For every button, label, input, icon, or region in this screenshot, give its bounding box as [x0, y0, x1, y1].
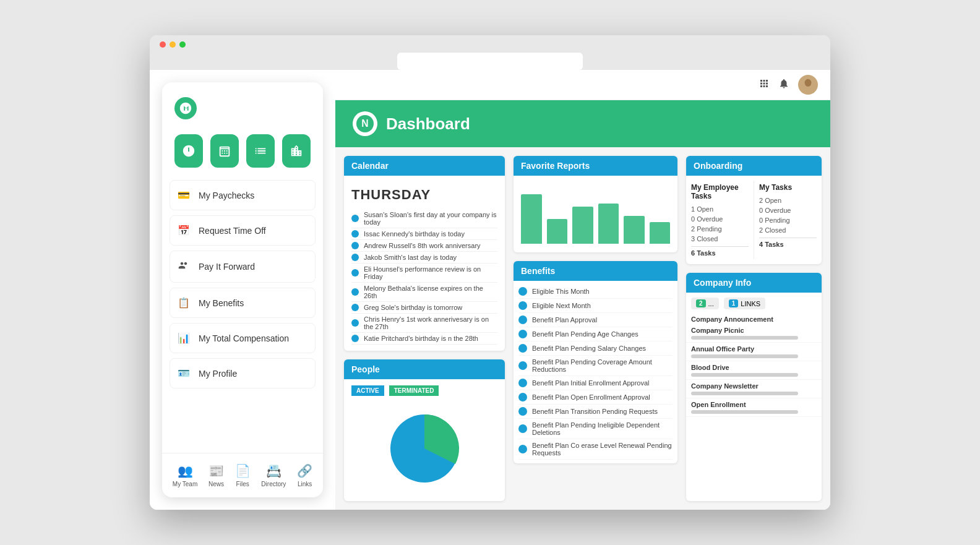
pay-forward-label: Pay It Forward	[199, 262, 255, 272]
benefit-dot	[518, 445, 527, 453]
cal-dot	[351, 230, 359, 238]
nav-benefits[interactable]: 📋 My Benefits	[170, 288, 316, 318]
docs-label: ...	[708, 300, 714, 307]
cal-dot	[351, 304, 359, 311]
bottom-nav-links[interactable]: 🔗 Links	[292, 461, 317, 490]
benefit-item[interactable]: Benefit Plan Pending Salary Changes	[518, 341, 673, 356]
my-tasks-total: 4 Tasks	[759, 241, 817, 248]
benefit-text: Eligible This Month	[532, 288, 590, 295]
active-legend: ACTIVE	[351, 385, 384, 396]
nav-paychecks[interactable]: 💳 My Paychecks	[170, 180, 316, 210]
benefit-dot	[518, 344, 527, 353]
bar-item	[521, 194, 542, 244]
address-bar[interactable]	[397, 53, 583, 70]
bottom-nav-news[interactable]: 📰 News	[204, 461, 229, 490]
benefit-item[interactable]: Benefit Plan Initial Enrollment Approval	[518, 376, 673, 390]
employee-task-row: 2 Pending	[691, 224, 749, 234]
benefit-item[interactable]: Benefit Plan Co erase Level Renewal Pend…	[518, 439, 673, 460]
team-icon: 👥	[178, 463, 193, 478]
benefit-item[interactable]: Benefit Plan Approval	[518, 313, 673, 327]
cal-event-text: Eli Hounsel's performance review is on F…	[364, 265, 497, 280]
announcement-item[interactable]: Company Newsletter	[686, 380, 822, 398]
company-announcements: Company Picnic Annual Office Party Blood…	[686, 324, 822, 417]
benefit-dot	[518, 315, 527, 324]
company-info-body: 2 ... 1 LINKS Company Announcement Compa…	[686, 293, 822, 417]
news-icon: 📰	[208, 463, 224, 478]
announcement-item[interactable]: Annual Office Party	[686, 343, 822, 361]
links-icon: 🔗	[297, 463, 312, 478]
benefit-dot	[518, 424, 527, 433]
right-column: Onboarding My Employee Tasks 1 Open0 Ove…	[686, 156, 822, 501]
nav-pay-forward[interactable]: Pay It Forward	[170, 251, 316, 283]
profile-label: My Profile	[199, 369, 237, 379]
nav-time-off[interactable]: 📅 Request Time Off	[170, 215, 316, 246]
time-quick-icon[interactable]	[174, 134, 203, 168]
bar-item	[624, 216, 645, 244]
profile-icon: 🪪	[178, 367, 190, 379]
cal-event-text: Katie Pritchard's birthday is n the 28th	[364, 335, 478, 342]
announcement-item[interactable]: Blood Drive	[686, 361, 822, 380]
bell-icon[interactable]	[778, 78, 789, 92]
cal-event-text: Jakob Smith's last day is today	[364, 254, 457, 261]
benefit-text: Benefit Plan Pending Salary Changes	[532, 345, 646, 352]
avatar[interactable]	[798, 75, 818, 95]
announcement-item[interactable]: Company Picnic	[686, 324, 822, 343]
mobile-quick-icons	[162, 129, 323, 180]
cal-dot	[351, 269, 359, 277]
benefit-item[interactable]: Benefit Plan Pending Age Changes	[518, 327, 673, 341]
dot-red[interactable]	[160, 41, 166, 48]
benefit-item[interactable]: Benefit Plan Pending Coverage Amount Red…	[518, 356, 673, 376]
nav-compensation[interactable]: 📊 My Total Compensation	[170, 323, 316, 353]
browser-content: 💳 My Paychecks 📅 Request Time Off Pay It…	[150, 70, 830, 510]
announcement-title: Blood Drive	[691, 364, 817, 371]
benefits-widget: Benefits Eligible This MonthEligible Nex…	[514, 261, 677, 463]
dashboard-title: Dashboard	[386, 114, 470, 134]
bottom-nav-files[interactable]: 📄 Files	[230, 461, 256, 490]
dashboard: N Dashboard Calendar THURSDAY Susan's Sl…	[335, 70, 830, 510]
my-task-row: 0 Pending	[759, 215, 817, 225]
benefit-dot	[518, 301, 527, 310]
dashboard-body: Calendar THURSDAY Susan's Sloan's first …	[335, 147, 830, 510]
calendar-body: THURSDAY Susan's Sloan's first day at yo…	[344, 176, 505, 351]
benefit-item[interactable]: Benefit Plan Open Enrollment Approval	[518, 390, 673, 405]
dot-green[interactable]	[179, 41, 186, 48]
pie-chart-container	[351, 402, 497, 495]
cal-event-text: Andrew Russell's 8th work anniversary	[364, 242, 481, 249]
announcement-bar	[691, 336, 798, 340]
bottom-nav-team[interactable]: 👥 My Team	[168, 461, 202, 490]
benefit-text: Benefit Plan Pending Ineligible Dependen…	[532, 421, 673, 436]
building-quick-icon[interactable]	[282, 134, 311, 168]
announcement-item[interactable]: Open Enrollment	[686, 398, 822, 417]
company-tab-links[interactable]: 1 LINKS	[724, 298, 765, 309]
bottom-nav-directory[interactable]: 📇 Directory	[256, 461, 291, 490]
nav-profile[interactable]: 🪪 My Profile	[170, 358, 316, 388]
calendar-quick-icon[interactable]	[210, 134, 239, 168]
calendar-events: Susan's Sloan's first day at your compan…	[351, 209, 497, 345]
benefit-text: Benefit Plan Approval	[532, 316, 597, 324]
dot-yellow[interactable]	[170, 41, 176, 48]
benefit-item[interactable]: Benefit Plan Transition Pending Requests	[518, 405, 673, 419]
onboarding-header: Onboarding	[686, 156, 822, 176]
onboarding-divider	[691, 246, 749, 247]
svg-point-1	[805, 79, 812, 87]
announcement-bar	[691, 410, 798, 414]
apps-icon[interactable]	[759, 78, 770, 92]
benefit-item[interactable]: Eligible Next Month	[518, 299, 673, 313]
onboarding-body: My Employee Tasks 1 Open0 Overdue2 Pendi…	[686, 176, 822, 264]
benefit-text: Benefit Plan Pending Age Changes	[532, 330, 638, 338]
calendar-event-item: Greg Sole's birthday is tomorrow	[351, 302, 497, 314]
benefit-item[interactable]: Eligible This Month	[518, 285, 673, 299]
list-quick-icon[interactable]	[246, 134, 275, 168]
mid-column: Favorite Reports Benefits Eligible This …	[514, 156, 677, 501]
news-label: News	[208, 481, 224, 487]
announcement-bar	[691, 373, 798, 377]
links-count: 1	[729, 299, 739, 307]
company-tab-docs[interactable]: 2 ...	[691, 298, 719, 309]
cal-event-text: Greg Sole's birthday is tomorrow	[364, 304, 462, 311]
benefit-item[interactable]: Benefit Plan Pending Ineligible Dependen…	[518, 419, 673, 439]
mobile-nav: 💳 My Paychecks 📅 Request Time Off Pay It…	[162, 180, 323, 453]
reports-header: Favorite Reports	[514, 156, 677, 176]
files-label: Files	[236, 481, 249, 487]
benefit-text: Benefit Plan Open Enrollment Approval	[532, 393, 650, 401]
benefit-dot	[518, 379, 527, 387]
